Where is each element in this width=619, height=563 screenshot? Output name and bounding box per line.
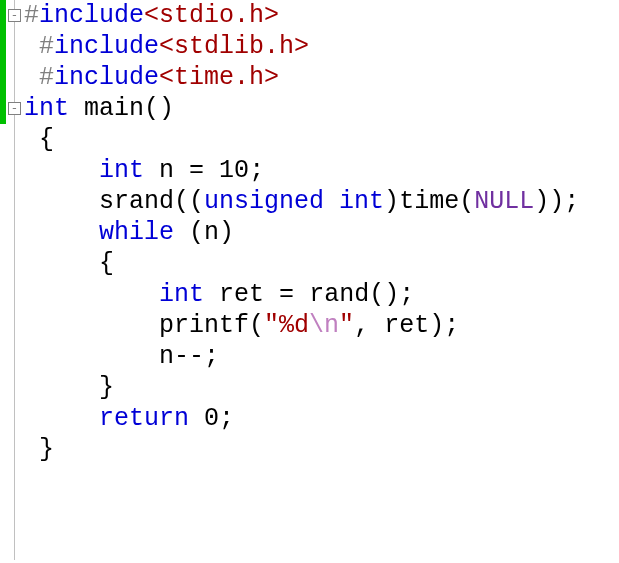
token-keyword: return <box>99 404 189 433</box>
code-line: n--; <box>24 341 579 372</box>
token-punct: ; <box>249 156 264 185</box>
fold-toggle[interactable]: - <box>8 9 21 22</box>
token-ident: n <box>159 156 174 185</box>
indent <box>24 187 99 216</box>
token-null: NULL <box>474 187 534 216</box>
token-punct: ; <box>219 404 234 433</box>
code-line: #include<stdlib.h> <box>24 31 579 62</box>
token-punct: , <box>354 311 384 340</box>
token-plain <box>204 280 219 309</box>
code-line: { <box>24 248 579 279</box>
token-ident: n <box>204 218 219 247</box>
token-plain <box>174 218 189 247</box>
token-punct: -- <box>174 342 204 371</box>
token-punct: (); <box>369 280 414 309</box>
token-keyword: include <box>39 1 144 30</box>
token-ident: time <box>399 187 459 216</box>
token-keyword2: unsigned <box>204 187 324 216</box>
code-line: int main() <box>24 93 579 124</box>
code-line: return 0; <box>24 403 579 434</box>
token-type: int <box>24 94 69 123</box>
fold-guide <box>14 0 15 560</box>
token-directive: # <box>39 32 54 61</box>
token-punct: { <box>99 249 114 278</box>
token-plain <box>69 94 84 123</box>
token-punct: ) <box>219 218 234 247</box>
token-ident: srand <box>99 187 174 216</box>
token-string: %d <box>279 311 309 340</box>
token-func: main <box>84 94 144 123</box>
code-editor: -- #include<stdio.h> #include<stdlib.h> … <box>0 0 619 124</box>
code-line: { <box>24 124 579 155</box>
token-directive: # <box>39 63 54 92</box>
token-plain <box>204 156 219 185</box>
token-keyword: include <box>54 32 159 61</box>
token-plain <box>144 156 159 185</box>
token-ident: ret <box>219 280 264 309</box>
token-header: <stdlib.h> <box>159 32 309 61</box>
code-body: #include<stdio.h> #include<stdlib.h> #in… <box>24 0 579 465</box>
token-punct: ( <box>459 187 474 216</box>
token-keyword: include <box>54 63 159 92</box>
indent <box>24 63 39 92</box>
indent <box>24 125 39 154</box>
code-line: int n = 10; <box>24 155 579 186</box>
indent <box>24 249 99 278</box>
token-punct: (( <box>174 187 204 216</box>
indent <box>24 435 39 464</box>
token-punct: ( <box>189 218 204 247</box>
token-punct: () <box>144 94 174 123</box>
code-line: while (n) <box>24 217 579 248</box>
token-punct: = <box>279 280 294 309</box>
token-type: int <box>159 280 204 309</box>
token-ident: n <box>159 342 174 371</box>
code-line: int ret = rand(); <box>24 279 579 310</box>
token-punct: } <box>39 435 54 464</box>
token-plain <box>294 280 309 309</box>
code-line: printf("%d\n", ret); <box>24 310 579 341</box>
token-keyword2: int <box>339 187 384 216</box>
indent <box>24 311 159 340</box>
code-line: } <box>24 434 579 465</box>
token-number: 10 <box>219 156 249 185</box>
token-plain <box>264 280 279 309</box>
indent <box>24 156 99 185</box>
token-plain <box>174 156 189 185</box>
indent <box>24 373 99 402</box>
code-line: } <box>24 372 579 403</box>
token-punct: = <box>189 156 204 185</box>
token-escape: \n <box>309 311 339 340</box>
code-line: srand((unsigned int)time(NULL)); <box>24 186 579 217</box>
token-punct: )); <box>534 187 579 216</box>
code-line: #include<stdio.h> <box>24 0 579 31</box>
token-header: <time.h> <box>159 63 279 92</box>
fold-column: -- <box>6 0 24 124</box>
token-punct: ( <box>249 311 264 340</box>
token-keyword: while <box>99 218 174 247</box>
token-punct: { <box>39 125 54 154</box>
indent <box>24 280 159 309</box>
fold-toggle[interactable]: - <box>8 102 21 115</box>
token-punct: } <box>99 373 114 402</box>
token-ident: rand <box>309 280 369 309</box>
token-directive: # <box>24 1 39 30</box>
token-ident: printf <box>159 311 249 340</box>
token-plain <box>324 187 339 216</box>
token-string: " <box>339 311 354 340</box>
token-punct: ); <box>429 311 459 340</box>
token-punct: ) <box>384 187 399 216</box>
token-plain <box>189 404 204 433</box>
indent <box>24 342 159 371</box>
indent <box>24 32 39 61</box>
indent <box>24 218 99 247</box>
token-punct: ; <box>204 342 219 371</box>
token-header: <stdio.h> <box>144 1 279 30</box>
indent <box>24 404 99 433</box>
token-type: int <box>99 156 144 185</box>
token-ident: ret <box>384 311 429 340</box>
code-line: #include<time.h> <box>24 62 579 93</box>
token-number: 0 <box>204 404 219 433</box>
token-string: " <box>264 311 279 340</box>
